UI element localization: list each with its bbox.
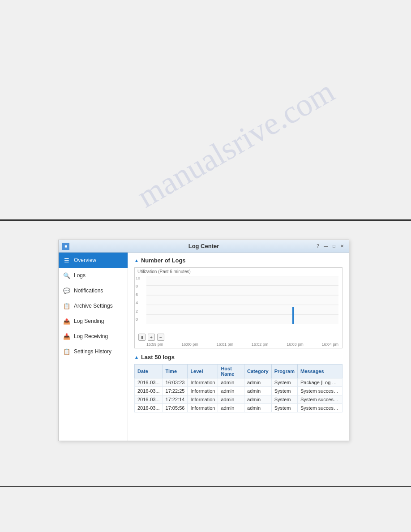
chevron-icon: ▲	[134, 258, 139, 263]
sidebar-item-log-sending[interactable]: 📤 Log Sending	[59, 313, 128, 329]
chart-svg-wrapper	[146, 276, 338, 324]
overview-icon: ☰	[63, 257, 70, 264]
chart-subtitle: Utilization (Past 6 minutes)	[135, 268, 342, 274]
chart-y-labels: 10 8 6 4 2 0	[136, 276, 140, 322]
content-panel: ▲ Number of Logs Utilization (Past 6 min…	[128, 253, 349, 441]
cell-time: 16:03:23	[163, 378, 188, 387]
y-label-6: 6	[136, 292, 140, 297]
col-program: Program	[271, 365, 297, 378]
x-label-6: 16:04 pm	[321, 342, 338, 347]
cell-message: System successfully star...	[298, 404, 342, 412]
cell-level: Information	[188, 404, 218, 412]
number-of-logs-title: Number of Logs	[141, 257, 186, 264]
sidebar-item-logs[interactable]: 🔍 Logs	[59, 268, 128, 283]
cell-date: 2016-03...	[135, 404, 163, 412]
logs-section: ▲ Last 50 logs Date Time Level Host Name…	[134, 354, 342, 412]
cell-program: System	[271, 395, 297, 404]
table-row[interactable]: 2016-03... 17:05:56 Information admin ad…	[135, 404, 342, 412]
x-label-5: 16:03 pm	[287, 342, 304, 347]
cell-time: 17:05:56	[163, 404, 188, 412]
table-row[interactable]: 2016-03... 17:22:14 Information admin ad…	[135, 395, 342, 404]
cell-program: System	[271, 378, 297, 387]
cell-host: admin	[218, 395, 244, 404]
svg-rect-6	[292, 307, 294, 324]
log-receiving-icon: 📥	[63, 333, 70, 340]
sidebar-item-archive-label: Archive Settings	[74, 303, 113, 309]
cell-date: 2016-03...	[135, 378, 163, 387]
x-label-4: 16:02 pm	[252, 342, 269, 347]
cell-message: Package [Log Center] ha...	[298, 378, 342, 387]
top-rule	[0, 219, 411, 221]
x-label-3: 16:01 pm	[217, 342, 234, 347]
settings-history-icon: 📋	[63, 348, 70, 355]
last-50-logs-title: Last 50 logs	[141, 354, 175, 360]
sidebar-item-log-sending-label: Log Sending	[74, 318, 104, 324]
app-icon: ■	[62, 243, 69, 250]
log-sending-icon: 📤	[63, 317, 70, 325]
sidebar-item-archive-settings[interactable]: 📋 Archive Settings	[59, 298, 128, 313]
cell-category: admin	[244, 387, 272, 395]
main-content: ☰ Overview 🔍 Logs 💬 Notifications 📋 Arch…	[59, 253, 349, 441]
watermark: manualsrive.com	[131, 73, 341, 215]
table-row[interactable]: 2016-03... 17:22:25 Information admin ad…	[135, 387, 342, 395]
sidebar-item-settings-history-label: Settings History	[74, 348, 111, 355]
y-label-0: 0	[136, 317, 140, 322]
close-button[interactable]: ✕	[339, 243, 345, 249]
logs-table-body: 2016-03... 16:03:23 Information admin ad…	[135, 378, 342, 412]
header-row: Date Time Level Host Name Category Progr…	[135, 365, 342, 378]
cell-time: 17:22:14	[163, 395, 188, 404]
sidebar-item-settings-history[interactable]: 📋 Settings History	[59, 344, 128, 359]
minimize-button[interactable]: —	[323, 243, 329, 249]
help-button[interactable]: ?	[315, 243, 321, 249]
sidebar-item-logs-label: Logs	[74, 272, 86, 279]
col-time: Time	[163, 365, 188, 378]
cell-host: admin	[218, 378, 244, 387]
cell-time: 17:22:25	[163, 387, 188, 395]
cell-program: System	[271, 404, 297, 412]
logs-icon: 🔍	[63, 272, 70, 279]
cell-level: Information	[188, 395, 218, 404]
cell-level: Information	[188, 378, 218, 387]
y-label-4: 4	[136, 300, 140, 305]
pause-button[interactable]: ⏸	[138, 334, 146, 341]
sidebar: ☰ Overview 🔍 Logs 💬 Notifications 📋 Arch…	[59, 253, 128, 441]
page-wrapper: manualsrive.com ■ Log Center ? — □ ✕ ☰ O	[0, 0, 411, 532]
zoom-out-button[interactable]: −	[157, 334, 164, 341]
app-window: ■ Log Center ? — □ ✕ ☰ Overview 🔍 Logs	[58, 240, 349, 441]
sidebar-item-overview-label: Overview	[74, 257, 96, 263]
chart-x-labels: 15:59 pm 16:00 pm 16:01 pm 16:02 pm 16:0…	[135, 342, 342, 348]
sidebar-item-overview[interactable]: ☰ Overview	[59, 253, 128, 268]
y-label-8: 8	[136, 284, 140, 288]
col-hostname: Host Name	[218, 365, 244, 378]
table-row[interactable]: 2016-03... 16:03:23 Information admin ad…	[135, 378, 342, 387]
x-label-1: 15:59 pm	[146, 342, 163, 347]
cell-category: admin	[244, 404, 272, 412]
y-label-10: 10	[136, 276, 140, 280]
maximize-button[interactable]: □	[331, 243, 337, 249]
chart-svg	[146, 276, 338, 324]
cell-date: 2016-03...	[135, 387, 163, 395]
cell-category: admin	[244, 395, 272, 404]
chart-container: Utilization (Past 6 minutes) 10 8 6 4 2 …	[134, 267, 342, 348]
window-controls: ? — □ ✕	[315, 243, 345, 249]
sidebar-item-log-receiving[interactable]: 📥 Log Receiving	[59, 329, 128, 344]
y-label-2: 2	[136, 309, 140, 313]
last-50-logs-header: ▲ Last 50 logs	[134, 354, 342, 360]
zoom-in-button[interactable]: +	[148, 334, 155, 341]
logs-table: Date Time Level Host Name Category Progr…	[134, 364, 342, 412]
col-category: Category	[244, 365, 272, 378]
logs-table-header: Date Time Level Host Name Category Progr…	[135, 365, 342, 378]
cell-host: admin	[218, 404, 244, 412]
col-level: Level	[188, 365, 218, 378]
x-label-2: 16:00 pm	[181, 342, 198, 347]
chart-area: 10 8 6 4 2 0	[135, 274, 342, 332]
cell-level: Information	[188, 387, 218, 395]
cell-message: System successfully dele...	[298, 387, 342, 395]
col-date: Date	[135, 365, 163, 378]
sidebar-item-log-receiving-label: Log Receiving	[74, 333, 108, 339]
cell-program: System	[271, 387, 297, 395]
sidebar-item-notifications[interactable]: 💬 Notifications	[59, 283, 128, 298]
chart-controls: ⏸ + −	[135, 332, 342, 342]
archive-settings-icon: 📋	[63, 302, 70, 309]
bottom-rule	[0, 486, 411, 487]
